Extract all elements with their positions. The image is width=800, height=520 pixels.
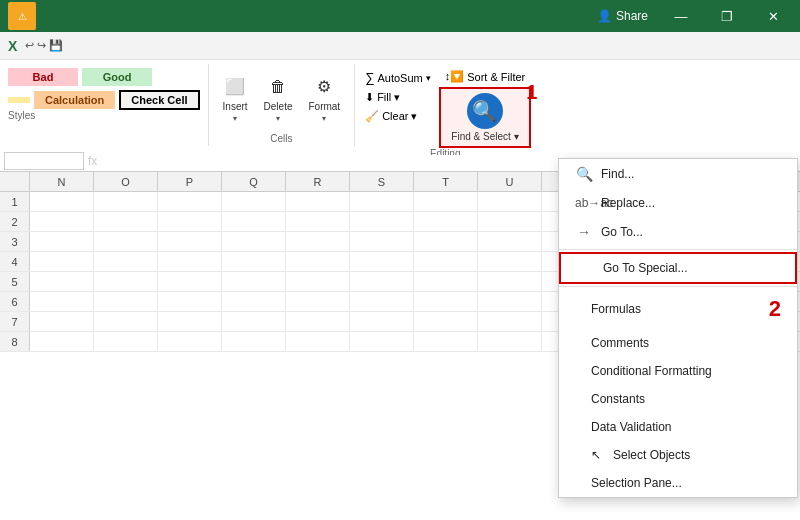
- insert-button[interactable]: ⬜ Insert ▾: [217, 71, 254, 127]
- number-2-badge: 2: [769, 296, 781, 322]
- style-check-cell[interactable]: Check Cell: [119, 90, 199, 110]
- replace-icon: ab→ac: [575, 196, 593, 210]
- menu-item-find[interactable]: 🔍 Find...: [559, 159, 797, 189]
- menu-item-goto-special[interactable]: Go To Special...: [559, 252, 797, 284]
- menu-item-selection-pane[interactable]: Selection Pane...: [559, 469, 797, 497]
- style-neutral[interactable]: [8, 97, 30, 103]
- styles-grid: Bad Good Calculation Check Cell: [8, 68, 200, 110]
- col-header-N: N: [30, 172, 94, 191]
- menu-item-data-validation[interactable]: Data Validation: [559, 413, 797, 441]
- styles-label: Styles: [8, 110, 200, 123]
- col-header-R: R: [286, 172, 350, 191]
- menu-item-constants[interactable]: Constants: [559, 385, 797, 413]
- clear-icon: 🧹: [365, 110, 379, 123]
- find-select-button[interactable]: 1 🔍 Find & Select ▾: [439, 87, 532, 148]
- find-select-label: Find & Select ▾: [451, 131, 518, 142]
- format-icon: ⚙: [312, 75, 336, 99]
- style-good[interactable]: Good: [82, 68, 152, 86]
- share-button[interactable]: 👤 Share: [587, 5, 658, 27]
- fill-button[interactable]: ⬇ Fill ▾: [359, 89, 437, 106]
- warning-icon: ⚠: [8, 2, 36, 30]
- title-bar: ⚠ 👤 Share — ❐ ✕: [0, 0, 800, 32]
- format-button[interactable]: ⚙ Format ▾: [302, 71, 346, 127]
- menu-item-formulas[interactable]: Formulas 2: [559, 289, 797, 329]
- delete-button[interactable]: 🗑 Delete ▾: [258, 71, 299, 127]
- row-num-header: [0, 172, 30, 191]
- col-header-O: O: [94, 172, 158, 191]
- menu-divider-2: [559, 286, 797, 287]
- autosum-button[interactable]: ∑ AutoSum ▾: [359, 68, 437, 87]
- minimize-button[interactable]: —: [658, 0, 704, 32]
- close-button[interactable]: ✕: [750, 0, 796, 32]
- col-header-Q: Q: [222, 172, 286, 191]
- find-select-dropdown: 🔍 Find... ab→ac Replace... → Go To... Go…: [558, 158, 798, 498]
- menu-item-replace[interactable]: ab→ac Replace...: [559, 189, 797, 217]
- col-header-P: P: [158, 172, 222, 191]
- style-calculation[interactable]: Calculation: [34, 91, 115, 109]
- col-header-U: U: [478, 172, 542, 191]
- restore-button[interactable]: ❐: [704, 0, 750, 32]
- menu-item-select-objects[interactable]: ↖ Select Objects: [559, 441, 797, 469]
- search-icon: 🔍: [467, 93, 503, 129]
- quick-access-toolbar: X ↩ ↪ 💾: [0, 32, 800, 60]
- sort-icon: ↕🔽: [445, 70, 465, 83]
- autosum-icon: ∑: [365, 70, 374, 85]
- editing-section: ∑ AutoSum ▾ ⬇ Fill ▾ 🧹 Clear ▾ ↕🔽 Sort &…: [355, 64, 535, 146]
- goto-icon: →: [575, 224, 593, 240]
- col-header-S: S: [350, 172, 414, 191]
- number-1-badge: 1: [526, 81, 537, 104]
- style-bad[interactable]: Bad: [8, 68, 78, 86]
- cells-section: ⬜ Insert ▾ 🗑 Delete ▾ ⚙ Format ▾ Cells: [209, 64, 356, 146]
- sort-filter-button[interactable]: ↕🔽 Sort & Filter: [439, 68, 532, 85]
- formula-divider: fx: [88, 154, 97, 168]
- find-icon: 🔍: [575, 166, 593, 182]
- cells-label: Cells: [270, 133, 292, 146]
- menu-item-conditional-formatting[interactable]: Conditional Formatting: [559, 357, 797, 385]
- delete-icon: 🗑: [266, 75, 290, 99]
- col-header-T: T: [414, 172, 478, 191]
- insert-icon: ⬜: [223, 75, 247, 99]
- fill-icon: ⬇: [365, 91, 374, 104]
- ribbon: Bad Good Calculation Check Cell Styles ⬜…: [0, 60, 800, 150]
- cursor-icon: ↖: [591, 448, 601, 462]
- name-box[interactable]: [4, 152, 84, 170]
- menu-item-goto[interactable]: → Go To...: [559, 217, 797, 247]
- clear-button[interactable]: 🧹 Clear ▾: [359, 108, 437, 125]
- styles-section: Bad Good Calculation Check Cell Styles: [0, 64, 209, 146]
- menu-item-comments[interactable]: Comments: [559, 329, 797, 357]
- menu-divider-1: [559, 249, 797, 250]
